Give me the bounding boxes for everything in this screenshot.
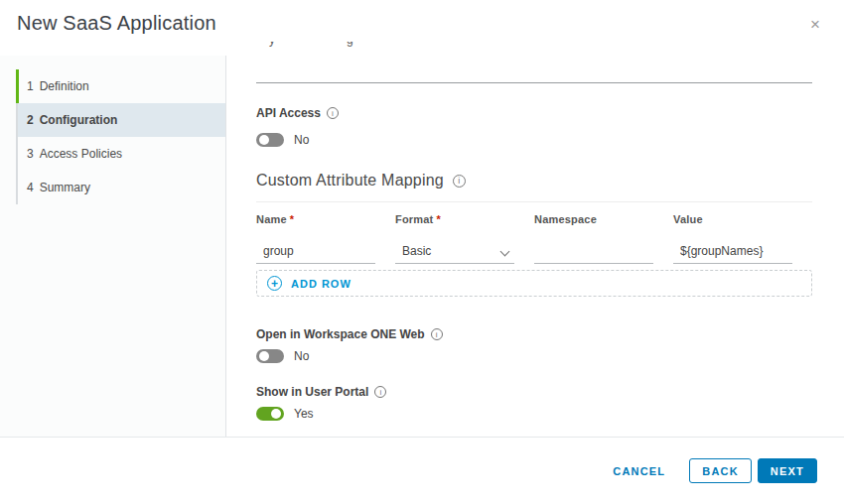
modal-body: 1 Definition 2 Configuration 3 Access Po… [0,42,844,437]
page-title: New SaaS Application [17,12,216,35]
required-marker: * [436,213,440,225]
back-button[interactable]: BACK [689,458,752,483]
attribute-table-row: group Basic ${groupNames} × [256,236,812,264]
toggle-off-icon [256,349,284,363]
step-label: Summary [40,181,90,194]
info-icon[interactable]: i [374,386,386,398]
step-number: 1 [27,79,34,93]
add-row-button[interactable]: + ADD ROW [256,270,812,297]
column-header-value: Value [673,213,792,225]
info-icon[interactable]: i [431,328,443,340]
step-label: Definition [40,79,89,93]
step-access-policies[interactable]: 3 Access Policies [16,137,225,171]
open-in-workspace-one-web-label: Open in Workspace ONE Web i [256,327,443,341]
toggle-state-label: No [294,349,309,363]
column-header-namespace: Namespace [534,213,653,225]
step-definition[interactable]: 1 Definition [16,69,225,103]
step-configuration[interactable]: 2 Configuration [16,103,225,137]
api-access-label: API Access i [256,106,339,120]
cancel-button[interactable]: CANCEL [605,458,673,483]
toggle-state-label: No [294,133,309,147]
chevron-down-icon [500,247,510,257]
next-button[interactable]: NEXT [758,458,817,483]
clipped-text-input[interactable] [256,42,812,83]
step-label: Configuration [40,113,118,127]
custom-attribute-mapping-heading: Custom Attribute Mapping i [256,172,466,189]
configuration-form: y g API Access i No Custom Attribute Map… [256,42,812,437]
wizard-step-nav: 1 Definition 2 Configuration 3 Access Po… [0,56,226,437]
column-header-format: Format* [395,213,514,225]
close-button[interactable]: × [805,15,825,35]
show-in-user-portal-toggle[interactable]: Yes [256,407,314,421]
step-label: Access Policies [40,147,122,161]
name-input[interactable]: group [256,236,375,264]
modal-footer: CANCEL BACK NEXT [0,437,844,504]
info-icon[interactable]: i [327,107,339,119]
value-input[interactable]: ${groupNames} [673,236,792,264]
step-summary[interactable]: 4 Summary [16,171,225,204]
api-access-toggle[interactable]: No [256,133,309,147]
open-in-workspace-one-web-toggle[interactable]: No [256,349,309,363]
step-number: 3 [27,147,34,161]
namespace-input[interactable] [534,236,653,264]
add-row-label: ADD ROW [291,278,352,290]
plus-circle-icon: + [267,276,282,291]
close-icon: × [810,15,820,34]
step-number: 4 [27,181,34,194]
modal-header: New SaaS Application × [0,0,844,42]
format-select[interactable]: Basic [395,236,514,264]
toggle-off-icon [256,133,284,147]
section-divider [256,201,812,202]
toggle-state-label: Yes [294,407,314,421]
column-header-name: Name* [256,213,375,225]
info-icon[interactable]: i [453,175,466,188]
required-marker: * [290,213,294,225]
attribute-table-header: Name* Format* Namespace Value [256,213,812,225]
show-in-user-portal-label: Show in User Portal i [256,385,386,399]
toggle-on-icon [256,407,284,421]
step-number: 2 [27,113,34,127]
